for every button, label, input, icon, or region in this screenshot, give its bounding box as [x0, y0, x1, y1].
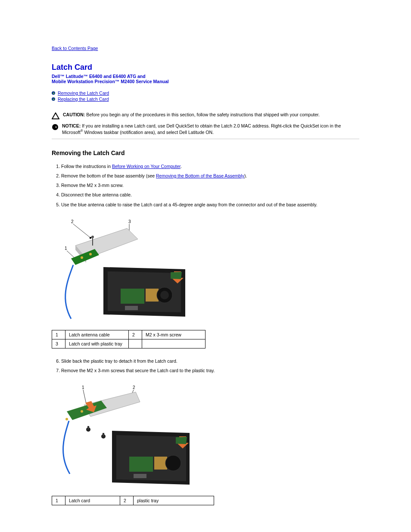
figure-2-image: 1 2 [52, 381, 190, 489]
step-item: Remove the M2 x 3-mm screw. [61, 180, 359, 190]
svg-point-15 [91, 236, 94, 238]
svg-point-13 [89, 253, 92, 255]
toc-item: Removing the Latch Card [52, 90, 359, 96]
bullet-icon [52, 97, 55, 101]
svg-rect-37 [103, 433, 104, 436]
step-item: Slide back the plastic tray to detach it… [61, 356, 359, 366]
toc-link-removing[interactable]: Removing the Latch Card [58, 90, 109, 96]
svg-point-42 [165, 455, 181, 471]
toc-item: Replacing the Latch Card [52, 96, 359, 102]
figure-2: 1 2 [52, 381, 359, 490]
svg-marker-23 [171, 272, 182, 279]
steps-list: Follow the instructions in Before Workin… [52, 162, 359, 209]
cell-num [129, 339, 142, 348]
table-row: 3 Latch card with plastic tray [52, 339, 206, 348]
back-to-contents-link[interactable]: Back to Contents Page [52, 46, 98, 51]
step-item: Remove the M2 x 3-mm screws that secure … [61, 366, 359, 375]
caution-block: CAUTION: Before you begin any of the pro… [52, 112, 359, 120]
svg-text:2: 2 [71, 219, 74, 224]
cell-label [142, 339, 206, 348]
svg-rect-18 [121, 289, 144, 304]
cell-label: plastic tray [134, 496, 214, 505]
svg-line-25 [83, 390, 86, 404]
svg-text:1: 1 [82, 385, 84, 390]
svg-point-33 [65, 418, 68, 420]
caution-text: CAUTION: Before you begin any of the pro… [63, 112, 320, 118]
step-link[interactable]: Removing the Bottom of the Base Assembly [156, 173, 244, 178]
figure-1: 1 2 3 [52, 215, 359, 324]
svg-marker-45 [176, 437, 187, 444]
svg-rect-35 [87, 426, 89, 429]
figure-1-image: 1 2 3 [52, 215, 190, 323]
notice-block: NOTICE: If you are installing a new Latc… [52, 123, 359, 135]
cell-label: M2 x 3-mm screw [142, 330, 206, 339]
svg-text:3: 3 [128, 219, 131, 224]
table-row: 1 Latch card 2 plastic tray [52, 496, 214, 505]
parts-table-2: 1 Latch card 2 plastic tray [52, 496, 214, 505]
cell-num: 3 [52, 339, 65, 348]
page-title: Latch Card [52, 63, 359, 72]
toc-list: Removing the Latch Card Replacing the La… [52, 90, 359, 102]
svg-rect-43 [134, 474, 146, 478]
svg-marker-0 [52, 113, 59, 119]
svg-text:1: 1 [65, 246, 67, 251]
toc-link-replacing[interactable]: Replacing the Latch Card [58, 96, 109, 102]
cell-num: 2 [120, 496, 134, 505]
steps-list-continued: Slide back the plastic tray to detach it… [52, 356, 359, 375]
svg-rect-40 [129, 457, 153, 472]
cell-num: 1 [52, 330, 65, 339]
svg-point-30 [81, 410, 83, 413]
svg-point-12 [81, 256, 83, 259]
cell-label: Latch antenna cable [65, 330, 129, 339]
caution-icon [52, 112, 59, 120]
parts-table-1: 1 Latch antenna cable 2 M2 x 3-mm screw … [52, 330, 206, 348]
step-item: Remove the bottom of the base assembly (… [61, 171, 359, 180]
notice-icon [52, 124, 59, 131]
doc-subtitle: Dell™ Latitude™ E6400 and E6400 ATG and … [52, 74, 359, 84]
step-link[interactable]: Before Working on Your Computer [112, 164, 181, 169]
table-row: 1 Latch antenna cable 2 M2 x 3-mm screw [52, 330, 206, 339]
step-item: Disconnect the blue antenna cable. [61, 190, 359, 199]
divider [52, 139, 359, 139]
bullet-icon [52, 91, 55, 95]
step-item: Use the blue antenna cable to raise the … [61, 200, 359, 209]
cell-num: 1 [52, 496, 65, 505]
section-heading-removing: Removing the Latch Card [52, 149, 359, 156]
cell-label: Latch card [65, 496, 120, 505]
svg-line-5 [73, 224, 90, 238]
svg-rect-6 [90, 237, 91, 239]
cell-label: Latch card with plastic tray [65, 339, 129, 348]
svg-point-1 [52, 124, 58, 130]
step-item: Follow the instructions in Before Workin… [61, 162, 359, 171]
svg-text:2: 2 [133, 385, 135, 390]
notice-text: NOTICE: If you are installing a new Latc… [62, 123, 359, 135]
svg-rect-21 [125, 306, 138, 310]
cell-num: 2 [129, 330, 142, 339]
